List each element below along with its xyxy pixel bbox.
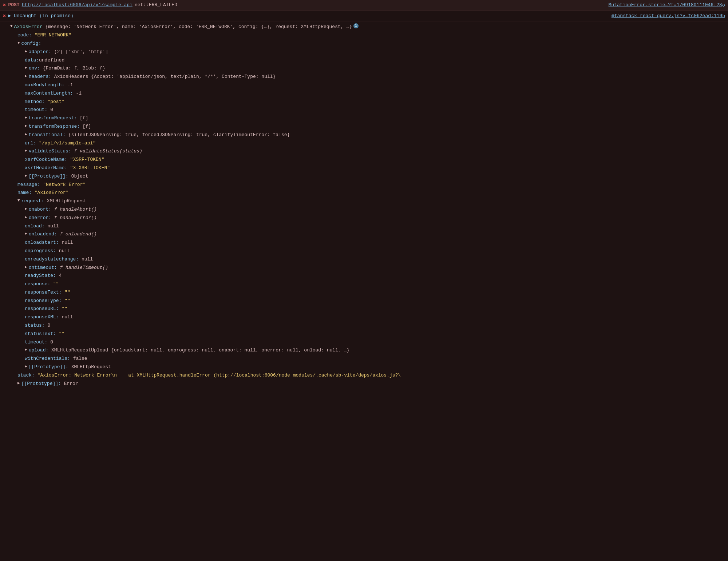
message-key: message: bbox=[17, 181, 43, 189]
onerror-key: onerror: bbox=[29, 214, 54, 222]
validate-status-toggle[interactable] bbox=[25, 148, 27, 154]
with-credentials-key: withCredentials: bbox=[25, 355, 73, 363]
ontimeout-toggle[interactable] bbox=[25, 264, 27, 271]
xsrf-header-key: xsrfHeaderName: bbox=[25, 164, 70, 172]
onprogress-line: onprogress: null bbox=[0, 247, 728, 255]
headers-line: headers: AxiosHeaders {Accept: 'applicat… bbox=[0, 73, 728, 81]
onloadend-key: onloadend: bbox=[29, 231, 60, 238]
onerror-line: onerror: f handleError() bbox=[0, 214, 728, 222]
error-icon: ✖ bbox=[3, 1, 6, 9]
onerror-toggle[interactable] bbox=[25, 214, 27, 221]
tanstack-source-link[interactable]: @tanstack_react-query.js?v=fc062ead:1195 bbox=[612, 12, 725, 20]
http-method: POST bbox=[8, 1, 19, 9]
response-line: response: "" bbox=[0, 280, 728, 289]
onabort-key: onabort: bbox=[29, 206, 54, 214]
xsrf-cookie-key: xsrfCookieName: bbox=[25, 156, 70, 164]
code-value: "ERR_NETWORK" bbox=[35, 32, 71, 39]
onloadend-toggle[interactable] bbox=[25, 231, 27, 237]
prototype-config-value: Object bbox=[71, 173, 88, 180]
config-toggle[interactable] bbox=[17, 40, 20, 47]
error-status: net::ERR_FAILED bbox=[135, 1, 609, 9]
max-body-length-value: -1 bbox=[67, 81, 73, 89]
response-text-value: "" bbox=[64, 289, 70, 297]
url-value: "/api/v1/sample-api" bbox=[39, 140, 96, 147]
onreadystatechange-key: onreadystatechange: bbox=[25, 256, 82, 263]
prototype-config-toggle[interactable] bbox=[25, 173, 27, 179]
transform-response-key: transformResponse: bbox=[29, 123, 83, 131]
response-type-value: "" bbox=[64, 297, 70, 305]
prototype-axios-toggle[interactable] bbox=[17, 380, 20, 387]
data-line: data: undefined bbox=[0, 56, 728, 65]
response-url-key: responseURL: bbox=[25, 305, 62, 313]
stack-line: stack: "AxiosError: Network Error\n at X… bbox=[0, 371, 728, 380]
url-line: url: "/api/v1/sample-api" bbox=[0, 139, 728, 148]
onreadystatechange-value: null bbox=[82, 256, 93, 263]
data-key: data: bbox=[25, 57, 39, 64]
method-value: "post" bbox=[47, 98, 64, 106]
validate-status-key: validateStatus: bbox=[29, 148, 74, 155]
transform-response-value: [f] bbox=[83, 123, 91, 131]
transitional-toggle[interactable] bbox=[25, 131, 27, 138]
timeout-req-line: timeout: 0 bbox=[0, 338, 728, 347]
response-xml-line: responseXML: null bbox=[0, 313, 728, 322]
prototype-axios-value: Error bbox=[64, 380, 78, 388]
timeout-req-value: 0 bbox=[50, 339, 53, 346]
onabort-toggle[interactable] bbox=[25, 206, 27, 212]
ready-state-key: readyState: bbox=[25, 272, 59, 280]
env-toggle[interactable] bbox=[25, 65, 27, 71]
onabort-line: onabort: f handleAbort() bbox=[0, 206, 728, 214]
validate-status-value: f validateStatus(status) bbox=[74, 148, 142, 155]
refresh-icon[interactable]: ↺ bbox=[722, 1, 725, 9]
request-type: XMLHttpRequest bbox=[47, 198, 87, 205]
prototype-config-key: [[Prototype]]: bbox=[29, 173, 71, 180]
headers-toggle[interactable] bbox=[25, 73, 27, 80]
onloadstart-line: onloadstart: null bbox=[0, 239, 728, 247]
request-url[interactable]: http://localhost:6006/api/v1/sample-api bbox=[22, 1, 132, 9]
axios-error-toggle[interactable] bbox=[10, 23, 13, 30]
transform-request-line: transformRequest: [f] bbox=[0, 114, 728, 123]
status-text-line: statusText: "" bbox=[0, 330, 728, 338]
status-key: status: bbox=[25, 322, 47, 330]
onloadend-value: f onloadend() bbox=[60, 231, 96, 238]
transform-request-toggle[interactable] bbox=[25, 115, 27, 121]
xsrf-cookie-line: xsrfCookieName: "XSRF-TOKEN" bbox=[0, 156, 728, 164]
onreadystatechange-line: onreadystatechange: null bbox=[0, 255, 728, 264]
request-label: request: bbox=[21, 198, 47, 205]
env-key: env: bbox=[29, 65, 43, 72]
response-key: response: bbox=[25, 280, 53, 288]
response-url-value: "" bbox=[62, 305, 67, 313]
uncaught-text: ▶ Uncaught (in promise) bbox=[8, 12, 73, 20]
headers-value: AxiosHeaders {Accept: 'application/json,… bbox=[54, 73, 276, 81]
code-key: code: bbox=[17, 32, 35, 39]
prototype-req-line: [[Prototype]]: XMLHttpRequest bbox=[0, 363, 728, 371]
timeout-line: timeout: 0 bbox=[0, 106, 728, 114]
prototype-axios-line: [[Prototype]]: Error bbox=[0, 380, 728, 388]
prototype-req-toggle[interactable] bbox=[25, 363, 27, 370]
upload-value: XMLHttpRequestUpload {onloadstart: null,… bbox=[51, 347, 349, 354]
adapter-toggle[interactable] bbox=[25, 48, 27, 55]
top-error-bar: ✖ POST http://localhost:6006/api/v1/samp… bbox=[0, 0, 728, 11]
axios-error-content: {message: 'Network Error', name: 'AxiosE… bbox=[45, 23, 352, 31]
onloadend-line: onloadend: f onloadend() bbox=[0, 230, 728, 239]
config-label: config: bbox=[21, 40, 41, 48]
validate-status-line: validateStatus: f validateStatus(status) bbox=[0, 147, 728, 156]
transform-response-toggle[interactable] bbox=[25, 123, 27, 130]
transitional-line: transitional: {silentJSONParsing: true, … bbox=[0, 131, 728, 139]
env-line: env: {FormData: f, Blob: f} bbox=[0, 64, 728, 73]
code-line: code: "ERR_NETWORK" bbox=[0, 31, 728, 40]
source-link[interactable]: MutationError.storie…?t=1709180111046:28 bbox=[609, 1, 722, 9]
max-content-length-key: maxContentLength: bbox=[25, 90, 76, 98]
info-icon[interactable]: i bbox=[353, 23, 359, 28]
timeout-req-key: timeout: bbox=[25, 339, 50, 346]
method-line: method: "post" bbox=[0, 98, 728, 106]
max-body-length-line: maxBodyLength: -1 bbox=[0, 81, 728, 89]
upload-toggle[interactable] bbox=[25, 347, 27, 353]
request-header: request: XMLHttpRequest bbox=[0, 197, 728, 206]
name-value: "AxiosError" bbox=[35, 189, 69, 197]
status-value: 0 bbox=[47, 322, 50, 330]
request-toggle[interactable] bbox=[17, 198, 20, 204]
ontimeout-line: ontimeout: f handleTimeout() bbox=[0, 264, 728, 272]
stack-key: stack: bbox=[17, 372, 37, 379]
status-text-value: "" bbox=[59, 330, 65, 338]
transform-request-value: [f] bbox=[80, 115, 88, 122]
